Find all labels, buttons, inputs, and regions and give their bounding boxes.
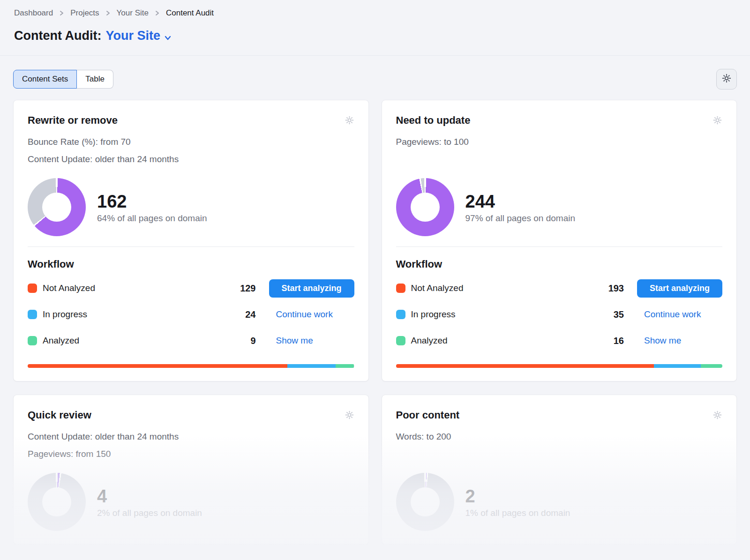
- show-me-link[interactable]: Show me: [269, 336, 354, 346]
- donut-chart: [28, 473, 86, 531]
- workflow-row: Not Analyzed 129 Start analyzing: [28, 275, 354, 301]
- workflow-row-label: Analyzed: [43, 336, 79, 346]
- page-title: Content Audit: Your Site: [14, 28, 736, 44]
- workflow-row-label: In progress: [411, 309, 456, 320]
- pages-total: 2: [465, 486, 570, 507]
- analyzed-swatch: [396, 336, 405, 345]
- bar-in-progress: [654, 364, 701, 368]
- donut-section: 244 97% of all pages on domain: [396, 178, 723, 236]
- bar-in-progress: [287, 364, 336, 368]
- workflow-row-value: 9: [214, 336, 256, 346]
- pages-caption: 97% of all pages on domain: [465, 213, 576, 224]
- bar-analyzed: [336, 364, 354, 368]
- divider: [396, 246, 723, 247]
- card-quick-review: Quick review Content Update: older than …: [13, 395, 369, 545]
- filter-list: Bounce Rate (%): from 70 Content Update:…: [28, 133, 354, 168]
- content-sets-grid: Rewrite or remove Bounce Rate (%): from …: [0, 90, 750, 545]
- gear-icon: [721, 73, 732, 85]
- pages-caption: 1% of all pages on domain: [465, 508, 570, 518]
- workflow-row-label: In progress: [43, 309, 87, 320]
- pages-caption: 2% of all pages on domain: [97, 508, 202, 518]
- gear-icon[interactable]: [712, 115, 722, 127]
- filter-item: Content Update: older than 24 months: [28, 428, 354, 445]
- workflow-row: Analyzed 16 Show me: [396, 328, 723, 354]
- workflow-row: Analyzed 9 Show me: [28, 328, 354, 354]
- donut-chart: [396, 473, 454, 531]
- filter-item: Bounce Rate (%): from 70: [28, 133, 354, 150]
- pages-total: 4: [97, 486, 202, 507]
- analyzed-swatch: [28, 336, 37, 345]
- filter-list: Pageviews: to 100: [396, 133, 723, 168]
- donut-section: 2 1% of all pages on domain: [396, 473, 723, 531]
- not-analyzed-swatch: [396, 284, 405, 293]
- workflow-row: Not Analyzed 193 Start analyzing: [396, 275, 723, 301]
- page-header: Dashboard Projects Your Site Content Aud…: [0, 0, 750, 56]
- filter-list: Words: to 200: [396, 428, 723, 463]
- workflow-progress-bar: [28, 364, 354, 368]
- pages-total: 162: [97, 191, 207, 212]
- settings-button[interactable]: [716, 69, 737, 90]
- card-need-to-update: Need to update Pageviews: to 100 244 97%…: [382, 100, 737, 381]
- filter-item: Content Update: older than 24 months: [28, 150, 354, 168]
- workflow-row: In progress 35 Continue work: [396, 301, 723, 328]
- workflow-progress-bar: [396, 364, 723, 368]
- breadcrumb-content-audit: Content Audit: [166, 8, 214, 18]
- workflow-row-value: 24: [214, 309, 256, 320]
- donut-section: 162 64% of all pages on domain: [28, 178, 354, 236]
- gear-icon[interactable]: [345, 115, 354, 127]
- breadcrumb-projects[interactable]: Projects: [70, 8, 99, 18]
- gear-icon[interactable]: [712, 410, 722, 422]
- card-title: Rewrite or remove: [28, 114, 118, 127]
- in-progress-swatch: [396, 310, 405, 319]
- in-progress-swatch: [28, 310, 37, 319]
- card-title: Need to update: [396, 114, 471, 127]
- gear-icon[interactable]: [345, 410, 354, 422]
- workflow-row-label: Not Analyzed: [411, 283, 464, 293]
- workflow-row: In progress 24 Continue work: [28, 301, 354, 328]
- site-selector[interactable]: Your Site: [105, 28, 172, 44]
- tab-content-sets[interactable]: Content Sets: [13, 70, 77, 89]
- chevron-right-icon: [59, 10, 64, 16]
- workflow-row-value: 35: [582, 309, 624, 320]
- donut-section: 4 2% of all pages on domain: [28, 473, 354, 531]
- tab-table[interactable]: Table: [77, 70, 113, 89]
- donut-chart: [28, 178, 86, 236]
- start-analyzing-button[interactable]: Start analyzing: [637, 279, 722, 298]
- divider: [28, 246, 354, 247]
- start-analyzing-button[interactable]: Start analyzing: [269, 279, 354, 298]
- donut-chart: [396, 178, 454, 236]
- toolbar: Content Sets Table: [0, 56, 750, 90]
- not-analyzed-swatch: [28, 284, 37, 293]
- bar-not-analyzed: [28, 364, 287, 368]
- show-me-link[interactable]: Show me: [637, 336, 722, 346]
- bar-not-analyzed: [396, 364, 654, 368]
- continue-work-link[interactable]: Continue work: [637, 309, 722, 320]
- pages-caption: 64% of all pages on domain: [97, 213, 207, 224]
- workflow-heading: Workflow: [28, 258, 354, 270]
- card-rewrite-or-remove: Rewrite or remove Bounce Rate (%): from …: [13, 100, 369, 381]
- workflow-row-value: 193: [582, 283, 624, 294]
- workflow-row-value: 16: [582, 336, 624, 346]
- card-poor-content: Poor content Words: to 200 2 1% of all p…: [382, 395, 737, 545]
- page-title-prefix: Content Audit:: [14, 29, 101, 43]
- site-selector-label: Your Site: [105, 29, 160, 43]
- chevron-right-icon: [105, 10, 111, 16]
- workflow-row-value: 129: [214, 283, 256, 294]
- bar-analyzed: [701, 364, 722, 368]
- card-title: Quick review: [28, 409, 91, 421]
- pages-total: 244: [465, 191, 576, 212]
- chevron-right-icon: [155, 10, 160, 16]
- view-switcher: Content Sets Table: [13, 70, 113, 89]
- breadcrumb-your-site[interactable]: Your Site: [117, 8, 149, 18]
- breadcrumb: Dashboard Projects Your Site Content Aud…: [14, 8, 736, 18]
- card-title: Poor content: [396, 409, 460, 421]
- workflow-heading: Workflow: [396, 258, 723, 270]
- filter-item: Words: to 200: [396, 428, 723, 445]
- filter-item: Pageviews: to 100: [396, 133, 723, 150]
- continue-work-link[interactable]: Continue work: [269, 309, 354, 320]
- breadcrumb-dashboard[interactable]: Dashboard: [14, 8, 53, 18]
- filter-item: Pageviews: from 150: [28, 445, 354, 463]
- filter-list: Content Update: older than 24 months Pag…: [28, 428, 354, 463]
- workflow-row-label: Analyzed: [411, 336, 448, 346]
- workflow-row-label: Not Analyzed: [43, 283, 95, 293]
